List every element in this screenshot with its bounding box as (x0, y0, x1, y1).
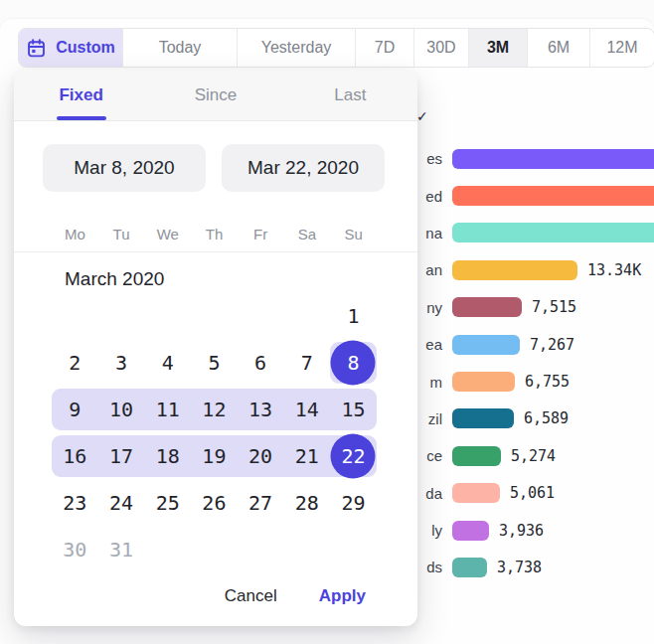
calendar-day-7[interactable]: 7 (283, 339, 330, 386)
chart-bar-value: 5,274 (511, 447, 556, 465)
calendar-day-15[interactable]: 15 (330, 386, 377, 432)
calendar-day-22[interactable]: 22 (330, 432, 377, 479)
day-number: 24 (109, 491, 133, 515)
weekday-label: Su (330, 226, 377, 242)
calendar-empty-cell (191, 292, 238, 339)
day-number: 17 (109, 444, 133, 468)
calendar-empty-cell (98, 292, 145, 339)
calendar-grid: 1234567891011121314151617181920212223242… (52, 292, 377, 572)
end-date-input[interactable]: Mar 22, 2020 (222, 144, 385, 192)
calendar-empty-cell (330, 526, 377, 572)
chart-bar-value: 6,755 (525, 373, 570, 391)
chart-bar-value: 6,589 (524, 409, 569, 427)
day-number: 6 (254, 351, 266, 375)
tab-fixed[interactable]: Fixed (14, 70, 148, 120)
calendar-day-23[interactable]: 23 (52, 479, 98, 526)
calendar-day-5[interactable]: 5 (191, 339, 238, 386)
preset-button-30d[interactable]: 30D (413, 29, 468, 67)
calendar-day-24[interactable]: 24 (98, 479, 145, 526)
chart-bar (452, 335, 520, 355)
day-number: 14 (295, 398, 319, 421)
calendar-day-10[interactable]: 10 (98, 386, 145, 432)
chart-bar (452, 149, 654, 169)
preset-button-3m[interactable]: 3M (468, 29, 527, 67)
calendar-day-14[interactable]: 14 (283, 386, 330, 432)
calendar-day-30[interactable]: 30 (52, 526, 98, 572)
chart-bar (452, 483, 500, 503)
chart-bar-value: 3,936 (499, 522, 544, 540)
calendar-day-20[interactable]: 20 (238, 432, 284, 479)
calendar-day-3[interactable]: 3 (98, 339, 145, 386)
calendar-empty-cell (144, 292, 191, 339)
day-number: 2 (69, 351, 81, 375)
calendar-day-12[interactable]: 12 (191, 386, 238, 432)
apply-button[interactable]: Apply (319, 586, 366, 606)
calendar-day-17[interactable]: 17 (98, 432, 145, 479)
calendar-day-8[interactable]: 8 (330, 339, 377, 386)
datepicker-popup: FixedSinceLast Mar 8, 2020 Mar 22, 2020 … (14, 70, 417, 626)
day-number: 12 (202, 398, 226, 421)
day-number: 28 (295, 491, 319, 515)
calendar-day-4[interactable]: 4 (144, 339, 191, 386)
calendar-day-9[interactable]: 9 (52, 386, 98, 432)
calendar-day-21[interactable]: 21 (283, 432, 330, 479)
day-number: 29 (341, 491, 365, 515)
weekday-label: Tu (98, 226, 145, 242)
calendar-day-25[interactable]: 25 (144, 479, 191, 526)
calendar-empty-cell (191, 526, 238, 572)
start-date-input[interactable]: Mar 8, 2020 (43, 144, 206, 192)
day-number: 5 (208, 351, 220, 375)
tab-since[interactable]: Since (148, 70, 282, 120)
datepicker-tabs: FixedSinceLast (14, 70, 417, 121)
day-number: 18 (156, 444, 180, 468)
day-number: 21 (295, 444, 319, 468)
date-range-toolbar: Custom TodayYesterday7D30D3M6M12M (18, 28, 654, 68)
calendar-empty-cell (52, 292, 98, 339)
day-number: 10 (109, 398, 133, 421)
preset-button-6m[interactable]: 6M (527, 29, 589, 67)
weekday-label: Fr (238, 226, 284, 242)
check-icon: ✓ (416, 108, 428, 124)
calendar-day-16[interactable]: 16 (52, 432, 98, 479)
calendar-day-13[interactable]: 13 (238, 386, 284, 432)
calendar-empty-cell (238, 292, 284, 339)
chart-bar (452, 408, 514, 428)
chart-bar-value: 5,061 (510, 484, 555, 502)
calendar-day-2[interactable]: 2 (52, 339, 98, 386)
day-number: 9 (69, 398, 81, 421)
cancel-button[interactable]: Cancel (225, 586, 277, 606)
calendar-day-27[interactable]: 27 (238, 479, 284, 526)
calendar-day-28[interactable]: 28 (283, 479, 330, 526)
calendar-empty-cell (283, 292, 330, 339)
preset-button-7d[interactable]: 7D (355, 29, 413, 67)
tab-last[interactable]: Last (283, 70, 417, 120)
chart-bar (452, 521, 489, 541)
calendar-day-1[interactable]: 1 (330, 292, 377, 339)
day-number: 22 (341, 444, 365, 468)
preset-button-today[interactable]: Today (122, 29, 237, 67)
preset-button-12m[interactable]: 12M (589, 29, 654, 67)
calendar-day-31[interactable]: 31 (98, 526, 145, 572)
chart-bar (452, 558, 487, 577)
chart-bar (452, 372, 515, 392)
day-number: 8 (347, 351, 359, 375)
chart-bar (452, 446, 501, 466)
weekday-header: MoTuWeThFrSaSu (52, 226, 377, 242)
calendar-day-26[interactable]: 26 (191, 479, 238, 526)
preset-button-yesterday[interactable]: Yesterday (237, 29, 355, 67)
day-number: 23 (63, 491, 86, 515)
custom-range-button[interactable]: Custom (19, 29, 122, 67)
weekday-label: Sa (284, 226, 331, 242)
day-number: 1 (347, 304, 359, 328)
calendar-day-18[interactable]: 18 (144, 432, 191, 479)
datepicker-footer: Cancel Apply (14, 566, 417, 626)
chart-bar (452, 186, 654, 206)
calendar-day-29[interactable]: 29 (330, 479, 377, 526)
header-divider (14, 251, 417, 252)
day-number: 3 (115, 351, 127, 375)
calendar-day-6[interactable]: 6 (238, 339, 284, 386)
calendar-day-19[interactable]: 19 (191, 432, 238, 479)
calendar-day-11[interactable]: 11 (144, 386, 191, 432)
day-number: 27 (248, 491, 272, 515)
chart-bar-value: 3,738 (497, 559, 542, 576)
